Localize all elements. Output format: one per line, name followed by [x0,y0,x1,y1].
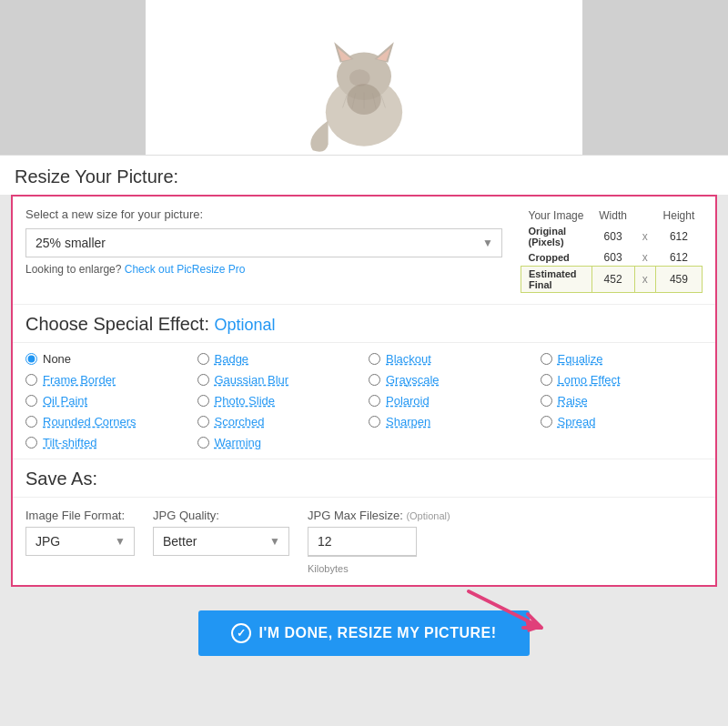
optional-label: Optional [215,316,276,334]
effect-rounded-corners-radio[interactable] [25,416,37,428]
effect-frame-border-radio[interactable] [25,374,37,386]
effect-warming-radio[interactable] [197,437,209,449]
effect-spread[interactable]: Spread [541,415,703,429]
effect-warming[interactable]: Warming [197,436,360,449]
effect-badge-radio[interactable] [197,353,209,365]
save-as-title: Save As: [13,459,715,498]
filesize-field: JPG Max Filesize: (Optional) Kilobytes [308,509,450,574]
col-image: Your Image [521,207,592,224]
cat-image [291,18,437,155]
effect-oil-paint-radio[interactable] [25,395,37,407]
special-effect-title: Choose Special Effect: Optional [13,305,715,343]
svg-point-11 [347,84,381,115]
effect-sharpen[interactable]: Sharpen [369,415,531,429]
effect-frame-border[interactable]: Frame Border [25,373,188,387]
save-as-section: Save As: Image File Format: JPG PNG GIF … [13,459,715,585]
effects-grid: None Badge Blackout Equalize Frame [13,343,715,459]
page-wrapper: Resize Your Picture: Select a new size f… [0,0,728,671]
resize-left: Select a new size for your picture: 25% … [25,207,502,276]
quality-select[interactable]: Better Good Best [153,527,289,556]
filesize-label: JPG Max Filesize: (Optional) [308,509,450,522]
col-width: Width [592,207,634,224]
effects-empty-1 [369,436,531,449]
effect-lomo-effect[interactable]: Lomo Effect [541,373,703,387]
effect-polaroid-radio[interactable] [369,395,380,407]
row-cropped-label: Cropped [521,249,592,267]
effect-gaussian-blur[interactable]: Gaussian Blur [197,373,360,387]
save-row: Image File Format: JPG PNG GIF ▼ JPG Qua… [13,498,715,585]
effect-equalize[interactable]: Equalize [541,352,703,366]
quality-field: JPG Quality: Better Good Best ▼ [153,509,289,556]
arrow-pointer [460,582,569,646]
table-row: Original(Pixels) 603 x 612 [521,224,703,249]
effect-sharpen-radio[interactable] [369,416,380,428]
special-effect-section: Choose Special Effect: Optional None Bad… [13,305,715,459]
row-cropped-x: x [634,249,655,267]
row-original-label: Original(Pixels) [521,224,592,249]
col-x [634,207,655,224]
effect-scorched-radio[interactable] [197,416,209,428]
row-original-width: 603 [592,224,634,249]
effect-grayscale[interactable]: Grayscale [369,373,531,387]
effect-none-radio[interactable] [25,353,37,365]
filesize-input[interactable] [308,527,417,557]
row-cropped-height: 612 [655,249,702,267]
image-preview-area [0,0,728,155]
image-info-section: Your Image Width Height Original(Pixels)… [521,207,703,293]
format-field: Image File Format: JPG PNG GIF ▼ [25,509,135,556]
table-row: EstimatedFinal 452 x 459 [521,267,703,293]
row-original-x: x [634,224,655,249]
effect-polaroid[interactable]: Polaroid [369,394,531,408]
quality-label: JPG Quality: [153,509,289,522]
effect-equalize-radio[interactable] [541,353,552,365]
filesize-optional: (Optional) [406,510,450,521]
effect-tilt-shifted[interactable]: Tilt-shifted [25,436,188,449]
picresize-pro-link[interactable]: Check out PicResize Pro [125,263,246,276]
effect-none[interactable]: None [25,352,188,366]
row-estimated-label: EstimatedFinal [521,267,592,293]
check-circle-icon: ✓ [231,623,251,643]
effect-spread-radio[interactable] [541,416,552,428]
row-estimated-width: 452 [592,267,634,293]
format-select-wrapper: JPG PNG GIF ▼ [25,527,135,556]
effect-blackout[interactable]: Blackout [369,352,531,366]
kilobytes-label: Kilobytes [308,563,450,574]
quality-select-wrapper: Better Good Best ▼ [153,527,289,556]
page-title: Resize Your Picture: [15,166,178,187]
enlarge-text: Looking to enlarge? Check out PicResize … [25,263,502,276]
resize-select-wrapper: 25% smaller 50% smaller 75% smaller Orig… [25,228,502,257]
resize-row: Select a new size for your picture: 25% … [13,197,715,305]
row-original-height: 612 [655,224,702,249]
table-row: Cropped 603 x 612 [521,249,703,267]
format-label: Image File Format: [25,509,135,522]
row-estimated-x: x [634,267,655,293]
effect-grayscale-radio[interactable] [369,374,380,386]
effect-lomo-effect-radio[interactable] [541,374,552,386]
effects-empty-2 [541,436,703,449]
resize-label: Select a new size for your picture: [25,207,502,221]
effect-photo-slide-radio[interactable] [197,395,209,407]
effect-raise[interactable]: Raise [541,394,703,408]
resize-header: Resize Your Picture: [0,155,728,195]
effect-badge[interactable]: Badge [197,352,360,366]
effect-tilt-shifted-radio[interactable] [25,437,37,449]
svg-point-12 [349,69,370,86]
main-panel: Select a new size for your picture: 25% … [11,195,717,587]
effect-raise-radio[interactable] [541,395,552,407]
effect-gaussian-blur-radio[interactable] [197,374,209,386]
row-cropped-width: 603 [592,249,634,267]
format-select[interactable]: JPG PNG GIF [25,527,135,556]
resize-select[interactable]: 25% smaller 50% smaller 75% smaller Orig… [25,228,502,257]
cat-image-container [146,0,582,155]
row-estimated-height: 459 [655,267,702,293]
effect-oil-paint[interactable]: Oil Paint [25,394,188,408]
effect-scorched[interactable]: Scorched [197,415,360,429]
effect-photo-slide[interactable]: Photo Slide [197,394,360,408]
image-info-table: Your Image Width Height Original(Pixels)… [521,207,703,293]
effect-rounded-corners[interactable]: Rounded Corners [25,415,188,429]
done-button-area: ✓ I'M DONE, RESIZE MY PICTURE! [0,596,728,671]
col-height: Height [655,207,702,224]
effect-blackout-radio[interactable] [369,353,380,365]
